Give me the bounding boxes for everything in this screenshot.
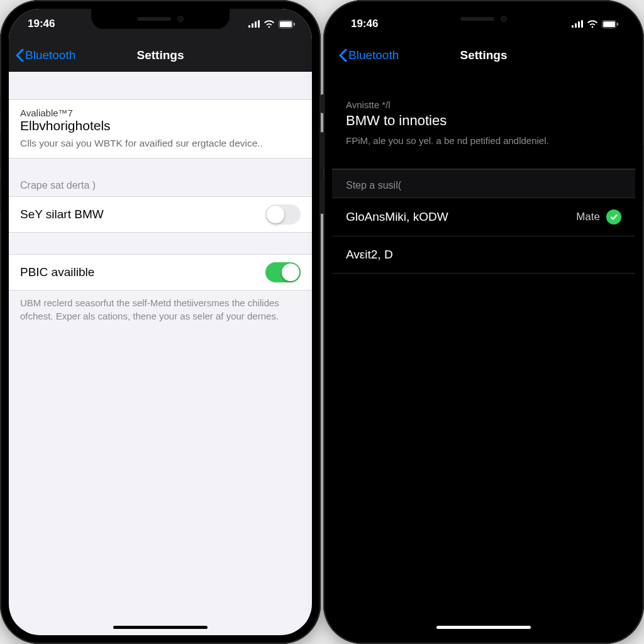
row-label: SeY silart BMW — [20, 208, 104, 221]
volume-up-button[interactable] — [0, 132, 1, 169]
svg-rect-5 — [617, 23, 618, 26]
wifi-icon — [587, 20, 598, 28]
front-camera — [177, 16, 184, 22]
hero-subtext: FPiM, ale you so yel. a be nd petified a… — [346, 135, 621, 146]
notch — [91, 9, 230, 29]
phone-right: 19:46 Bluetooth Settings — [323, 0, 644, 644]
toggle-sey-silart-bmw[interactable] — [265, 204, 301, 225]
svg-rect-4 — [603, 21, 615, 27]
hero-block: Avnistte */l BMW to innoties FPiM, ale y… — [332, 72, 635, 157]
group-header: Step a susil( — [332, 169, 635, 198]
row-aveit2[interactable]: Avεit2, D — [332, 236, 635, 274]
phone-left: 19:46 Bluetooth Settings — [0, 0, 321, 644]
status-time: 19:46 — [28, 18, 55, 30]
hero-overline: Avnistte */l — [346, 99, 621, 110]
back-button[interactable]: Bluetooth — [9, 48, 75, 62]
front-camera — [501, 16, 507, 22]
checkmark-icon — [606, 209, 621, 225]
row-sey-silart-bmw[interactable]: SeY silart BMW — [9, 197, 312, 232]
group1-card: SeY silart BMW — [9, 196, 312, 233]
group2-footer: UBM reclerd seasorfut the self-Metd thet… — [9, 291, 312, 323]
row-label: GloAnsMiki, kODW — [346, 210, 448, 224]
hero-overline: Avaliable™7 — [20, 108, 301, 118]
row-label: Avεit2, D — [346, 248, 393, 262]
hero-headline: BMW to innoties — [346, 113, 621, 129]
row-pbic-availible[interactable]: PBIC availible — [9, 255, 312, 290]
row-trailing-text: Mate — [576, 211, 600, 223]
toggle-pbic-availible[interactable] — [265, 262, 301, 282]
row-gloansmiki[interactable]: GloAnsMiki, kODW Mate — [332, 198, 635, 236]
settings-content[interactable]: Avaliable™7 Elbvhorighotels Clls your sa… — [9, 72, 312, 635]
hero-card: Avaliable™7 Elbvhorighotels Clls your sa… — [9, 99, 312, 158]
group1-header: Crape sat derta ) — [9, 180, 312, 196]
mute-switch[interactable] — [0, 94, 1, 113]
hero-headline: Elbvhorighotels — [20, 118, 301, 133]
volume-up-button[interactable] — [320, 132, 324, 169]
home-indicator[interactable] — [113, 626, 208, 629]
chevron-left-icon — [15, 48, 24, 62]
nav-bar: Bluetooth Settings — [332, 39, 635, 72]
home-indicator[interactable] — [436, 626, 531, 629]
hero-subtext: Clls your sai you WBTK for avaified sur … — [20, 137, 301, 150]
chevron-left-icon — [338, 48, 347, 62]
back-label: Bluetooth — [25, 48, 75, 62]
mute-switch[interactable] — [321, 94, 324, 113]
notch — [414, 9, 553, 29]
row-label: PBIC availible — [20, 265, 94, 279]
speaker-grille — [137, 17, 171, 21]
speaker-grille — [460, 17, 494, 21]
back-button[interactable]: Bluetooth — [332, 48, 399, 62]
svg-rect-2 — [294, 23, 295, 26]
cellular-signal-icon — [572, 20, 583, 28]
back-label: Bluetooth — [348, 48, 399, 62]
volume-down-button[interactable] — [320, 177, 324, 214]
settings-content[interactable]: Avnistte */l BMW to innoties FPiM, ale y… — [332, 72, 635, 635]
battery-icon — [602, 20, 619, 28]
status-time: 19:46 — [351, 18, 378, 30]
volume-down-button[interactable] — [0, 177, 1, 214]
battery-icon — [279, 20, 296, 28]
group2-card: PBIC availible — [9, 254, 312, 291]
svg-rect-1 — [280, 21, 292, 27]
cellular-signal-icon — [248, 20, 260, 28]
wifi-icon — [264, 20, 275, 28]
nav-bar: Bluetooth Settings — [9, 39, 312, 72]
